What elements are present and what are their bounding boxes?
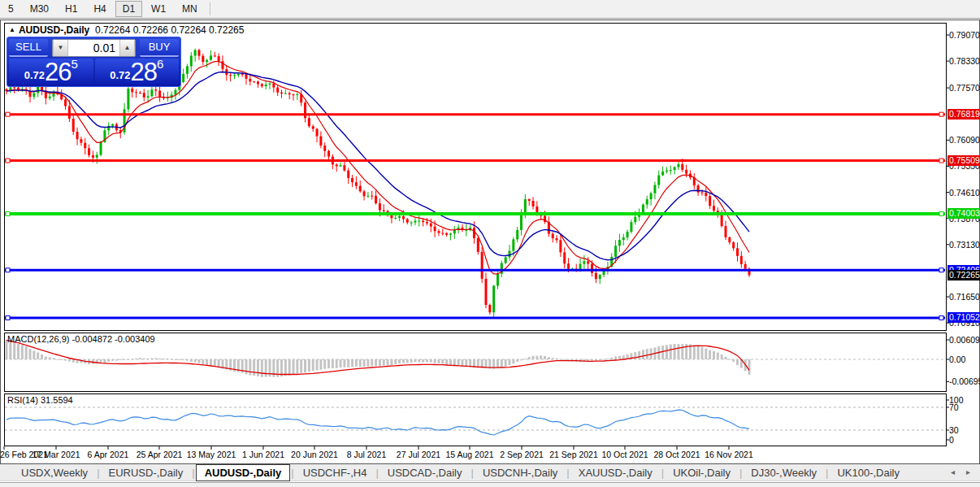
- ohlc-values: 0.72264 0.72266 0.72264 0.72265: [95, 24, 245, 36]
- tab-separator: |: [375, 467, 378, 479]
- tab-separator: |: [739, 467, 742, 479]
- toolbar-separator: [210, 2, 210, 15]
- buy-price-prefix: 0.72: [110, 69, 130, 81]
- sell-price-prefix: 0.72: [24, 69, 45, 81]
- chart-tab-audusd-daily[interactable]: AUDUSD-,Daily: [196, 464, 291, 481]
- timeframe-button-m30[interactable]: M30: [23, 1, 56, 17]
- tab-scroll-right-icon[interactable]: ▸: [966, 467, 970, 476]
- chart-tab-usdchf-h4[interactable]: USDCHF-,H4: [295, 465, 375, 480]
- symbol-period-label: AUDUSD-,Daily: [19, 24, 89, 36]
- tab-separator: |: [566, 467, 569, 479]
- metatrader-app: 5M30H1H4D1W1MN ▲AUDUSD-,Daily 0.72264 0.…: [0, 0, 980, 487]
- timeframe-button-d1[interactable]: D1: [115, 1, 142, 17]
- tab-separator: |: [97, 467, 99, 479]
- tab-separator: |: [471, 467, 474, 479]
- sell-button[interactable]: SELL: [9, 39, 48, 57]
- timeframe-button-5[interactable]: 5: [1, 1, 21, 17]
- tab-separator: |: [826, 467, 828, 479]
- chart-tab-usdcad-daily[interactable]: USDCAD-,Daily: [379, 465, 470, 480]
- sell-price-big: 26: [45, 61, 71, 84]
- tab-scroll-arrows: ◂▸: [951, 467, 970, 476]
- sell-price-display[interactable]: 0.72265: [9, 59, 93, 85]
- chart-tab-usdx-weekly[interactable]: USDX,Weekly: [13, 465, 96, 480]
- chart-tab-eurusd-daily[interactable]: EURUSD-,Daily: [101, 465, 192, 480]
- volume-increase-button[interactable]: ▲: [119, 40, 135, 56]
- chart-tab-usdcnh-daily[interactable]: USDCNH-,Daily: [475, 465, 566, 480]
- timeframe-button-w1[interactable]: W1: [144, 1, 173, 17]
- buy-price-display[interactable]: 0.72286: [95, 59, 180, 85]
- sell-price-sup: 5: [71, 57, 77, 71]
- chart-tab-xauusd-daily[interactable]: XAUUSD-,Daily: [570, 465, 661, 480]
- volume-spinner: ▼ ▲: [52, 39, 136, 57]
- rsi-value: 31.5594: [41, 395, 73, 405]
- status-bar: [0, 482, 980, 487]
- buy-price-sup: 6: [157, 57, 163, 71]
- rsi-indicator-label: RSI(14) 31.5594: [7, 395, 73, 405]
- chart-tab-ukoil-daily[interactable]: UKOil-,Daily: [665, 465, 739, 480]
- buy-button[interactable]: BUY: [140, 39, 179, 57]
- tab-separator: |: [291, 467, 293, 479]
- volume-decrease-button[interactable]: ▼: [53, 40, 68, 56]
- one-click-trading-panel: SELL ▼ ▲ BUY 0.72265 0.72286: [7, 37, 181, 87]
- chart-tab-uk100-daily[interactable]: UK100-,Daily: [829, 465, 908, 480]
- timeframe-toolbar: 5M30H1H4D1W1MN: [0, 0, 980, 19]
- chart-tab-bar: USDX,Weekly|EURUSD-,Daily|AUDUSD-,Daily|…: [0, 464, 980, 481]
- timeframe-button-mn[interactable]: MN: [175, 1, 205, 17]
- chart-header: ▲AUDUSD-,Daily 0.72264 0.72266 0.72264 0…: [9, 24, 244, 36]
- macd-values: -0.004872 -0.003409: [72, 334, 154, 344]
- tab-scroll-left-icon[interactable]: ◂: [951, 467, 955, 476]
- chart-tab-dj30-weekly[interactable]: DJ30-,Weekly: [743, 465, 825, 480]
- collapse-chart-icon[interactable]: ▲: [9, 26, 15, 33]
- macd-indicator-label: MACD(12,26,9) -0.004872 -0.003409: [7, 334, 155, 344]
- rsi-name: RSI(14): [7, 395, 38, 405]
- tab-separator: |: [192, 467, 194, 479]
- macd-name: MACD(12,26,9): [7, 334, 69, 344]
- volume-input[interactable]: [68, 40, 119, 56]
- buy-price-big: 28: [130, 61, 156, 84]
- timeframe-button-h1[interactable]: H1: [58, 1, 85, 17]
- timeframe-button-h4[interactable]: H4: [86, 1, 113, 17]
- tab-separator: |: [661, 467, 664, 479]
